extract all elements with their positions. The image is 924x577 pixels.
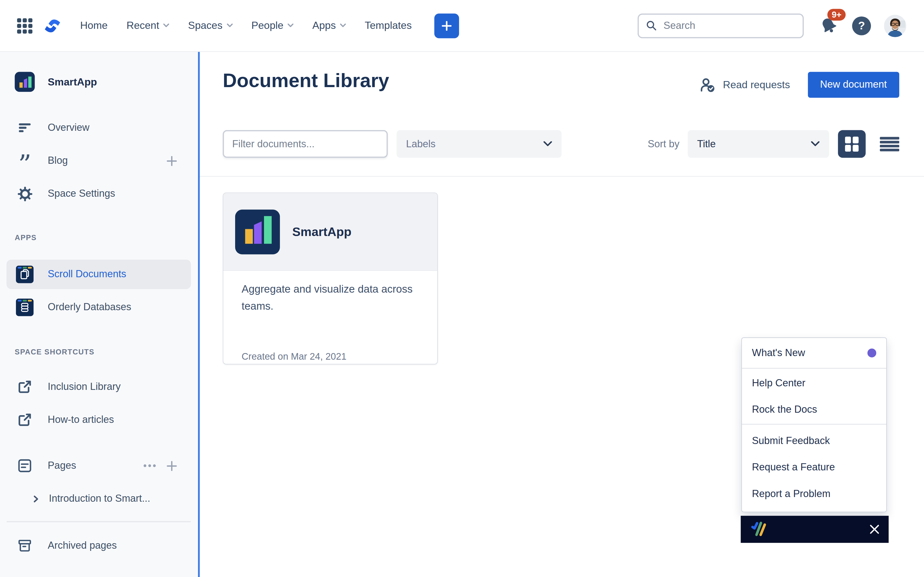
confluence-logo-icon[interactable] xyxy=(44,17,61,34)
plus-icon xyxy=(441,20,452,32)
nav-recent-label: Recent xyxy=(126,19,159,32)
read-requests-button[interactable]: Read requests xyxy=(699,77,790,93)
list-view-button[interactable] xyxy=(880,136,899,152)
app-window: Home Recent Spaces People Apps Templates xyxy=(0,0,924,577)
grid-view-button[interactable] xyxy=(838,130,866,158)
menu-item-label: Submit Feedback xyxy=(752,435,830,447)
sidebar-item-label: Space Settings xyxy=(48,188,115,200)
app-switcher-grid-icon xyxy=(16,17,33,34)
sidebar-item-space-settings[interactable]: Space Settings xyxy=(0,177,198,210)
chevron-right-icon[interactable] xyxy=(32,495,40,503)
avatar-photo xyxy=(884,15,906,37)
search-icon xyxy=(646,20,657,31)
page-title: Document Library xyxy=(223,69,389,92)
sidebar-item-inclusion-library[interactable]: Inclusion Library xyxy=(0,371,198,403)
nav-apps-label: Apps xyxy=(312,19,336,32)
help-menu-group-news: What's New xyxy=(742,338,886,368)
sidebar-item-label: Archived pages xyxy=(48,540,117,552)
orderly-databases-app-icon xyxy=(16,298,34,316)
sort-value: Title xyxy=(697,138,716,150)
page-tree-item[interactable]: Introduction to Smart... xyxy=(0,486,198,512)
sidebar-item-pages[interactable]: Pages xyxy=(0,449,198,482)
add-blog-icon[interactable] xyxy=(166,156,176,166)
menu-item-label: Help Center xyxy=(752,377,805,389)
sidebar-resize-handle[interactable] xyxy=(198,52,200,577)
new-document-button[interactable]: New document xyxy=(808,72,899,98)
add-page-icon[interactable] xyxy=(166,461,176,471)
search-input[interactable] xyxy=(662,19,803,32)
chevron-down-icon xyxy=(811,141,820,147)
avatar[interactable] xyxy=(884,15,906,37)
blog-quote-icon xyxy=(16,153,34,168)
sidebar-item-label: Pages xyxy=(48,460,76,472)
labels-filter-select[interactable]: Labels xyxy=(397,130,562,158)
nav-recent[interactable]: Recent xyxy=(126,19,169,32)
nav-home-label: Home xyxy=(80,19,108,32)
app-switcher-button[interactable] xyxy=(16,17,33,34)
space-header[interactable]: SmartApp xyxy=(15,72,198,92)
pages-icon xyxy=(16,458,34,474)
sidebar-divider xyxy=(6,521,191,522)
more-actions-icon[interactable] xyxy=(143,464,156,467)
scroll-documents-app-icon xyxy=(16,266,34,283)
space-sidebar: SmartApp Overview Blog xyxy=(0,52,198,577)
notifications-button[interactable]: 9+ xyxy=(818,15,840,37)
sidebar-item-archived-pages[interactable]: Archived pages xyxy=(0,529,198,562)
sort-select[interactable]: Title xyxy=(688,130,829,158)
document-card[interactable]: SmartApp Aggregate and visualize data ac… xyxy=(223,193,438,364)
sidebar-item-label: Overview xyxy=(48,122,90,134)
top-navigation: Home Recent Spaces People Apps Templates xyxy=(0,0,924,52)
shortcuts-list: Inclusion Library How-to articles xyxy=(0,371,198,436)
sidebar-item-howto-articles[interactable]: How-to articles xyxy=(0,403,198,436)
nav-spaces[interactable]: Spaces xyxy=(188,19,233,32)
menu-item-request-a-feature[interactable]: Request a Feature xyxy=(742,454,886,480)
whats-new-indicator-dot xyxy=(867,349,876,358)
sidebar-item-scroll-documents[interactable]: Scroll Documents xyxy=(6,259,191,289)
menu-item-submit-feedback[interactable]: Submit Feedback xyxy=(742,427,886,454)
read-requests-icon xyxy=(699,77,715,93)
apps-list: Scroll Documents Orderly Databases xyxy=(0,259,198,322)
gear-icon xyxy=(16,186,34,201)
chevron-down-icon xyxy=(288,24,293,28)
menu-item-label: Rock the Docs xyxy=(752,404,817,416)
document-card-title: SmartApp xyxy=(292,225,351,239)
overview-icon xyxy=(16,121,34,135)
menu-item-whats-new[interactable]: What's New xyxy=(742,338,886,368)
archive-icon xyxy=(16,538,34,554)
sidebar-item-orderly-databases[interactable]: Orderly Databases xyxy=(6,293,191,322)
space-nav: Overview Blog xyxy=(0,111,198,210)
nav-templates[interactable]: Templates xyxy=(365,19,412,32)
apps-section-header: APPS xyxy=(15,234,198,242)
grid-view-icon xyxy=(845,136,859,152)
nav-templates-label: Templates xyxy=(365,19,412,32)
close-promo-button[interactable] xyxy=(870,524,879,534)
filter-documents-input[interactable] xyxy=(223,130,388,158)
nav-people[interactable]: People xyxy=(251,19,293,32)
menu-item-help-center[interactable]: Help Center xyxy=(742,370,886,396)
menu-item-label: What's New xyxy=(752,347,805,359)
sidebar-item-label: Blog xyxy=(48,155,68,167)
sidebar-item-overview[interactable]: Overview xyxy=(0,111,198,144)
filter-toolbar: Labels Sort by Title xyxy=(223,130,899,158)
help-button[interactable] xyxy=(852,16,871,35)
chevron-down-icon xyxy=(226,24,233,28)
sidebar-item-label: Inclusion Library xyxy=(48,381,121,393)
sidebar-item-label: How-to articles xyxy=(48,414,114,425)
sidebar-item-label: Scroll Documents xyxy=(48,268,126,280)
close-icon xyxy=(870,524,879,534)
sidebar-item-label: Orderly Databases xyxy=(48,301,131,313)
space-name: SmartApp xyxy=(48,76,97,88)
create-button[interactable] xyxy=(434,13,459,38)
sidebar-item-blog[interactable]: Blog xyxy=(0,144,198,177)
nav-home[interactable]: Home xyxy=(80,19,108,32)
external-link-icon xyxy=(16,379,34,395)
sort-by-label: Sort by xyxy=(648,138,679,150)
menu-item-report-a-problem[interactable]: Report a Problem xyxy=(742,480,886,507)
nav-apps[interactable]: Apps xyxy=(312,19,346,32)
space-logo-icon xyxy=(15,72,35,92)
search-box[interactable] xyxy=(638,13,804,38)
k15t-logo-icon xyxy=(750,521,768,537)
page-tree-item-label: Introduction to Smart... xyxy=(49,493,150,505)
menu-item-rock-the-docs[interactable]: Rock the Docs xyxy=(742,396,886,422)
help-menu-group-feedback: Submit Feedback Request a Feature Report… xyxy=(742,424,886,512)
